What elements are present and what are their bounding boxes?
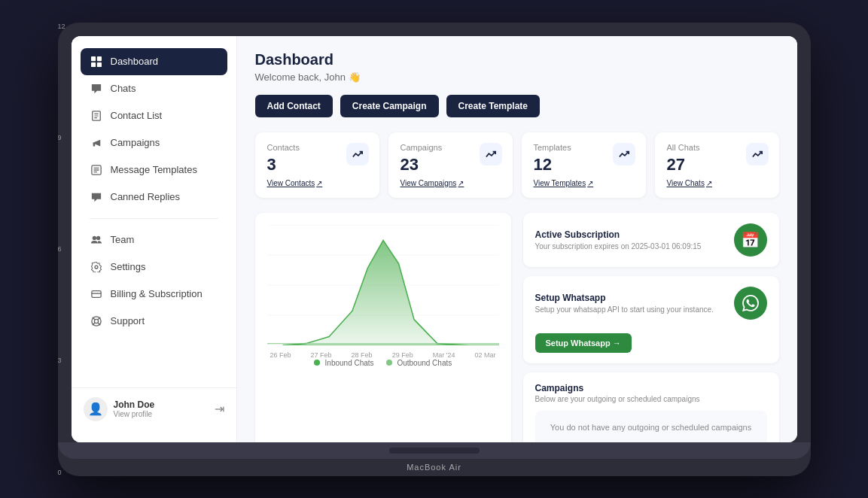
chart-svg xyxy=(267,225,499,345)
stat-trend-icon xyxy=(480,143,502,165)
view-profile-link[interactable]: View profile xyxy=(114,410,155,418)
action-buttons: Add Contact Create Campaign Create Templ… xyxy=(255,95,779,117)
sidebar-label-chats: Chats xyxy=(111,83,136,94)
sidebar-label-dashboard: Dashboard xyxy=(111,56,159,67)
sidebar-label-settings: Settings xyxy=(111,261,146,272)
stat-card-templates: Templates 12 View Templates ↗ xyxy=(522,132,646,198)
support-icon xyxy=(90,314,103,328)
sidebar-label-campaigns: Campaigns xyxy=(111,137,160,148)
sidebar-item-chats[interactable]: Chats xyxy=(81,75,227,102)
sidebar-item-billing[interactable]: Billing & Subscription xyxy=(81,281,227,308)
logout-button[interactable]: ⇥ xyxy=(215,402,224,416)
sidebar-item-campaigns[interactable]: Campaigns xyxy=(81,129,227,156)
svg-rect-0 xyxy=(91,56,96,61)
sidebar-user[interactable]: 👤 John Doe View profile xyxy=(84,397,155,421)
setup-whatsapp-button[interactable]: Setup Whatsapp → xyxy=(535,333,632,353)
whatsapp-title: Setup Whatsapp xyxy=(535,293,725,303)
sidebar-nav: Dashboard Chats Contact List Campaigns M… xyxy=(72,48,236,387)
sidebar-label-canned-replies: Canned Replies xyxy=(111,191,181,202)
chart-x-labels: 26 Feb27 Feb28 Feb29 FebMar '2402 Mar xyxy=(267,351,499,359)
stat-card-campaigns: Campaigns 23 View Campaigns ↗ xyxy=(388,132,513,198)
empty-campaigns-text: You do not have any outgoing or schedule… xyxy=(547,423,755,432)
stat-trend-icon xyxy=(346,143,369,165)
inbound-dot xyxy=(314,360,320,366)
canned-replies-icon xyxy=(90,190,103,204)
create-template-button[interactable]: Create Template xyxy=(446,95,540,117)
create-campaign-button[interactable]: Create Campaign xyxy=(340,95,439,117)
chart-x-label: Mar '24 xyxy=(433,351,455,359)
subscription-card: Active Subscription Your subscription ex… xyxy=(523,213,779,267)
svg-point-18 xyxy=(94,319,98,323)
user-name: John Doe xyxy=(114,399,155,410)
chart-x-label: 26 Feb xyxy=(270,351,291,359)
sidebar-item-canned-replies[interactable]: Canned Replies xyxy=(81,184,227,211)
sidebar-label-support: Support xyxy=(111,315,145,326)
stat-card-all-chats: All Chats 27 View Chats ↗ xyxy=(655,132,779,198)
sidebar-item-support[interactable]: Support xyxy=(81,308,227,335)
whatsapp-subtitle: Setup your whatsapp API to start using y… xyxy=(535,305,725,314)
svg-rect-3 xyxy=(96,62,101,66)
chart-main: 26 Feb27 Feb28 Feb29 FebMar '2402 Mar xyxy=(267,225,499,359)
main-content: Dashboard Welcome back, John 👋 Add Conta… xyxy=(237,36,797,442)
billing-icon xyxy=(90,287,103,301)
stat-link[interactable]: View Templates ↗ xyxy=(534,179,634,187)
sidebar-item-dashboard[interactable]: Dashboard xyxy=(81,48,227,75)
stat-trend-icon xyxy=(746,143,769,165)
chart-x-label: 29 Feb xyxy=(392,351,413,359)
campaigns-section-title: Campaigns xyxy=(535,383,767,393)
stat-link[interactable]: View Campaigns ↗ xyxy=(400,179,501,187)
sidebar-label-message-templates: Message Templates xyxy=(111,164,197,175)
subscription-title: Active Subscription xyxy=(535,229,725,240)
sidebar-item-settings[interactable]: Settings xyxy=(81,254,227,281)
sidebar: Dashboard Chats Contact List Campaigns M… xyxy=(72,36,237,442)
laptop-brand-label: MacBook Air xyxy=(72,459,797,476)
add-contact-button[interactable]: Add Contact xyxy=(255,95,333,117)
sidebar-item-team[interactable]: Team xyxy=(81,226,227,254)
subscription-subtitle: Your subscription expires on 2025-03-01 … xyxy=(535,242,725,251)
chart-x-label: 02 Mar xyxy=(474,351,495,359)
sidebar-label-team: Team xyxy=(111,234,135,245)
campaigns-section-card: Campaigns Below are your outgoing or sch… xyxy=(523,372,779,442)
chart-card: 129630 xyxy=(255,213,511,442)
chart-x-label: 28 Feb xyxy=(352,351,373,359)
campaigns-section-sub: Below are your outgoing or scheduled cam… xyxy=(535,395,767,403)
svg-rect-1 xyxy=(96,56,101,61)
whatsapp-card: Setup Whatsapp Setup your whatsapp API t… xyxy=(523,276,779,363)
dashboard-icon xyxy=(90,55,103,68)
welcome-text: Welcome back, John 👋 xyxy=(255,71,779,83)
sidebar-item-message-templates[interactable]: Message Templates xyxy=(81,156,227,184)
svg-point-14 xyxy=(96,235,100,239)
stat-link[interactable]: View Chats ↗ xyxy=(667,179,767,187)
page-title: Dashboard xyxy=(255,51,779,68)
contact-list-icon xyxy=(90,109,103,123)
stat-trend-icon xyxy=(613,143,635,165)
svg-point-13 xyxy=(92,235,96,239)
svg-rect-15 xyxy=(91,290,100,297)
sidebar-footer: 👤 John Doe View profile ⇥ xyxy=(72,387,236,430)
sidebar-divider xyxy=(90,218,218,219)
chart-legend: Inbound Chats Outbound Chats xyxy=(267,359,499,367)
bottom-row: 129630 xyxy=(255,213,779,442)
message-templates-icon xyxy=(90,163,103,177)
right-panel: Active Subscription Your subscription ex… xyxy=(523,213,779,442)
chart-area xyxy=(267,225,499,345)
campaigns-icon xyxy=(90,136,103,150)
svg-rect-8 xyxy=(93,143,95,146)
stat-link[interactable]: View Contacts ↗ xyxy=(267,179,367,187)
avatar: 👤 xyxy=(84,397,108,421)
sidebar-label-billing: Billing & Subscription xyxy=(111,288,203,299)
sidebar-label-contact-list: Contact List xyxy=(111,110,163,121)
chart-x-label: 27 Feb xyxy=(311,351,332,359)
settings-icon xyxy=(90,260,103,274)
outbound-legend: Outbound Chats xyxy=(386,359,452,367)
stat-card-contacts: Contacts 3 View Contacts ↗ xyxy=(255,132,379,198)
sidebar-item-contact-list[interactable]: Contact List xyxy=(81,102,227,129)
inbound-legend: Inbound Chats xyxy=(314,359,374,367)
outbound-dot xyxy=(386,360,392,366)
whatsapp-icon xyxy=(734,287,767,320)
stats-row: Contacts 3 View Contacts ↗ Campaigns 23 … xyxy=(255,132,779,198)
empty-campaigns: You do not have any outgoing or schedule… xyxy=(535,411,767,442)
subscription-icon: 📅 xyxy=(734,223,767,257)
chats-icon xyxy=(90,82,103,96)
svg-rect-2 xyxy=(91,62,96,66)
